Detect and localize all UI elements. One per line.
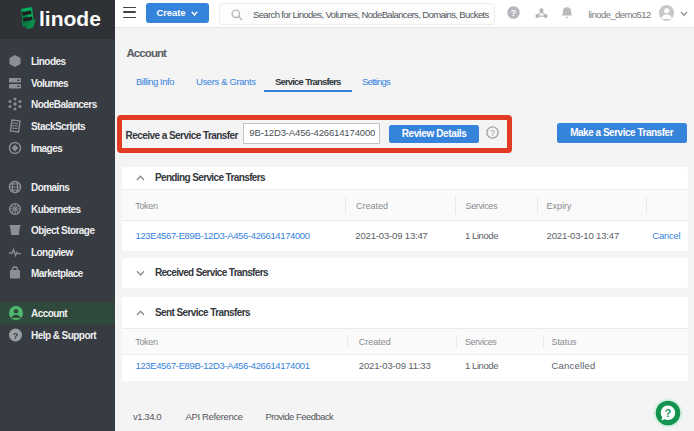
- svg-text:?: ?: [664, 407, 670, 419]
- svg-text:?: ?: [511, 8, 517, 18]
- svg-text:?: ?: [13, 331, 19, 341]
